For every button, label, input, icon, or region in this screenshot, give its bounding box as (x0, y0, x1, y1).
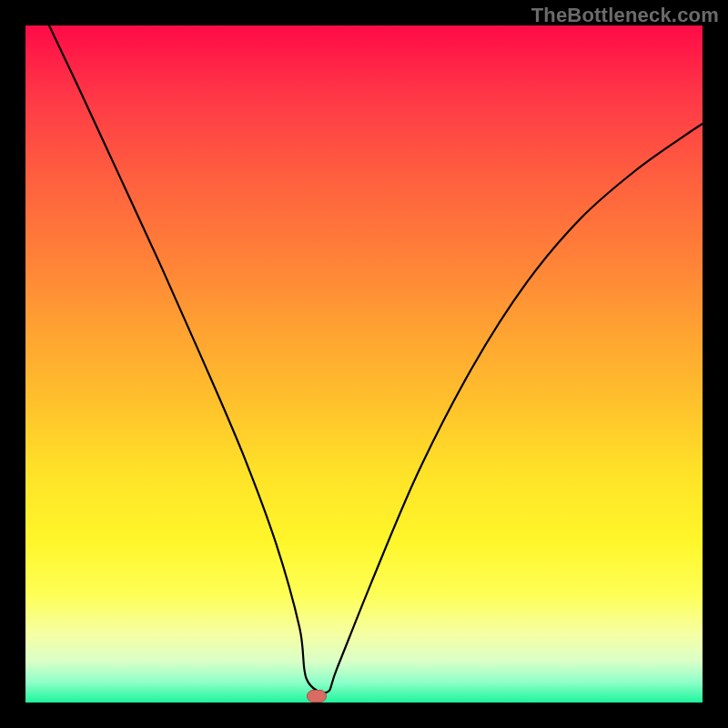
optimum-marker (307, 690, 327, 703)
plot-area (25, 25, 703, 703)
curve-svg (25, 25, 703, 703)
bottleneck-curve (49, 25, 703, 693)
chart-frame: TheBottleneck.com (0, 0, 728, 728)
watermark-text: TheBottleneck.com (531, 4, 719, 27)
